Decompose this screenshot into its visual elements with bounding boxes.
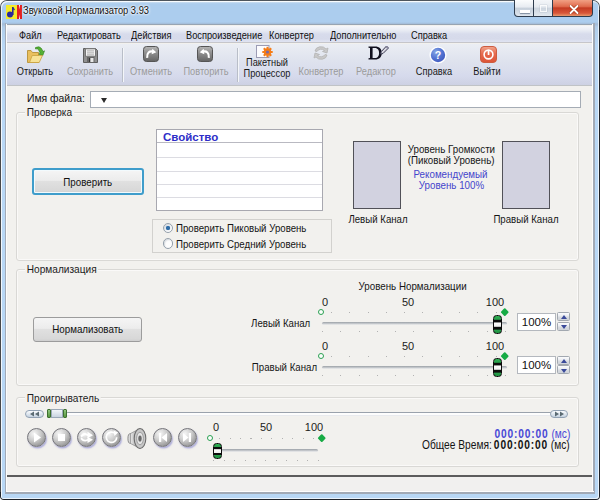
svg-text:?: ? — [435, 49, 441, 61]
